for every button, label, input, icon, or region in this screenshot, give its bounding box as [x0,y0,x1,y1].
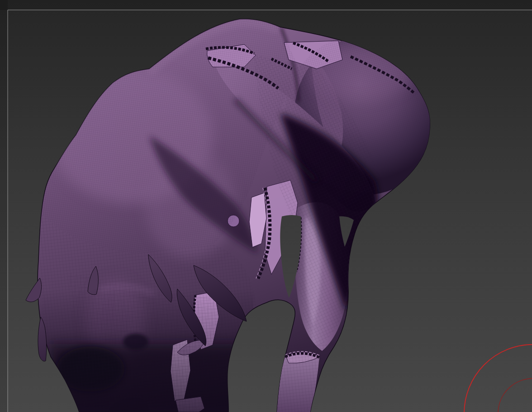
sculpt-canvas[interactable] [0,0,532,412]
frame-outer-top-strip [0,0,532,10]
sculpt-viewport[interactable] [0,0,532,412]
frame-outer-left-strip [0,0,8,412]
